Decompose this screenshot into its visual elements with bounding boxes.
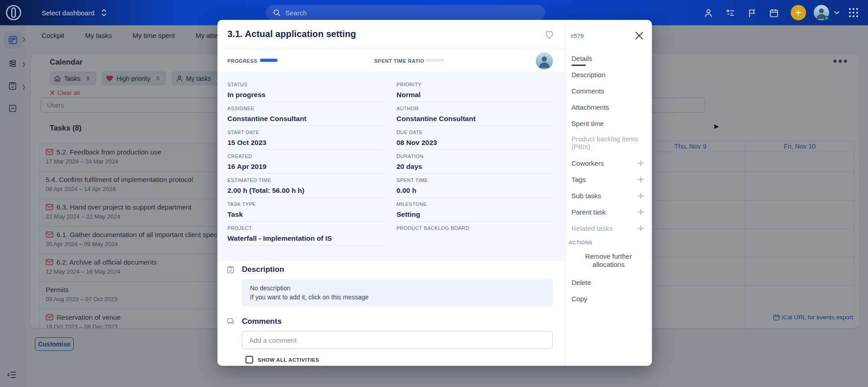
- show-all-activities-label: SHOW ALL ACTIVITIES: [258, 357, 319, 363]
- field-label: AUTHOR: [396, 106, 554, 111]
- actions-section-label: ACTIONS: [569, 240, 592, 245]
- field-estimated-time[interactable]: ESTIMATED TIME 2.00 h (Total: 56.00 h h): [227, 174, 385, 198]
- field-value: 15 Oct 2023: [227, 139, 385, 147]
- field-value: Constantine Consultant: [227, 115, 385, 123]
- field-value: Setting: [396, 210, 554, 219]
- spent-time-ratio-bar[interactable]: [425, 59, 444, 62]
- add-comment-input[interactable]: [242, 331, 553, 349]
- field-project[interactable]: PROJECT Waterfall - Implementation of IS: [227, 222, 385, 246]
- field-author[interactable]: AUTHOR Constantine Consultant: [396, 102, 554, 126]
- add-plus-button[interactable]: +: [791, 5, 806, 20]
- sidepanel-spent-time[interactable]: Spent time: [571, 115, 604, 131]
- description-empty-line1: No description: [250, 284, 545, 293]
- delete-action[interactable]: Delete: [571, 274, 591, 290]
- field-product-backlog-board[interactable]: PRODUCT BACKLOG BOARD: [396, 222, 554, 246]
- sidepanel-parent-task[interactable]: Parent task: [571, 204, 606, 220]
- field-label: PROJECT: [227, 225, 385, 231]
- clipboard-icon: [226, 266, 235, 274]
- field-value: In progress: [227, 91, 385, 99]
- active-section-underline: [571, 65, 586, 66]
- field-value: Task: [227, 210, 385, 219]
- add-plus-icon[interactable]: [637, 176, 644, 183]
- field-spent-time[interactable]: SPENT TIME 0.00 h: [396, 174, 554, 198]
- field-label: DUE DATE: [396, 130, 554, 135]
- search-input[interactable]: [285, 9, 511, 17]
- field-value: Constantine Consultant: [396, 115, 554, 123]
- sidepanel-tags[interactable]: Tags: [571, 171, 586, 187]
- sidepanel-sub-tasks[interactable]: Sub tasks: [571, 187, 601, 204]
- show-all-activities-checkbox[interactable]: [245, 356, 253, 364]
- field-value: 16 Apr 2019: [227, 163, 385, 171]
- field-task-type[interactable]: TASK TYPE Task: [227, 198, 385, 222]
- sidepanel-comments[interactable]: Comments: [571, 83, 604, 99]
- field-label: DURATION: [396, 154, 554, 159]
- dashboard-selector[interactable]: Select dashboard: [42, 0, 107, 25]
- spent-time-ratio-label: SPENT TIME RATIO: [374, 58, 424, 64]
- copy-action[interactable]: Copy: [571, 290, 587, 307]
- chevron-down-icon[interactable]: [834, 11, 840, 14]
- field-due-date[interactable]: DUE DATE 08 Nov 2023: [396, 126, 554, 150]
- modal-side-panel: #579 Details Description Comments Attach…: [565, 20, 652, 366]
- sidepanel-details[interactable]: Details: [571, 50, 592, 66]
- field-label: CREATED: [227, 154, 385, 159]
- add-plus-icon[interactable]: [637, 209, 644, 215]
- progress-label: PROGRESS: [227, 58, 257, 64]
- description-empty-line2: If you want to add it, click on this mes…: [250, 293, 545, 302]
- field-label: SPENT TIME: [396, 177, 554, 183]
- close-icon[interactable]: [634, 30, 645, 41]
- chevron-up-down-icon: [101, 9, 107, 17]
- global-search[interactable]: [266, 5, 545, 20]
- add-plus-icon[interactable]: [637, 192, 644, 199]
- remove-further-allocations-action[interactable]: Remove further allocations: [575, 252, 642, 269]
- field-duration[interactable]: DURATION 20 days: [396, 150, 554, 174]
- field-milestone[interactable]: MILESTONE Setting: [396, 198, 554, 222]
- online-status-dot: [824, 16, 829, 20]
- app-logo[interactable]: [5, 4, 23, 22]
- field-value: Waterfall - Implementation of IS: [227, 234, 385, 242]
- task-title-heading: 3.1. Actual application setting: [227, 20, 356, 48]
- search-icon: [273, 9, 281, 17]
- progress-bar[interactable]: [260, 59, 278, 62]
- assignee-avatar[interactable]: [536, 52, 553, 70]
- dashboard-selector-label: Select dashboard: [42, 9, 94, 17]
- issue-id-link[interactable]: #579: [571, 33, 584, 39]
- flag-icon[interactable]: [747, 8, 757, 18]
- field-value: 08 Nov 2023: [396, 139, 554, 147]
- field-label: ESTIMATED TIME: [227, 177, 385, 183]
- field-value: 0.00 h: [396, 187, 554, 195]
- field-label: PRODUCT BACKLOG BOARD: [396, 225, 554, 231]
- field-label: ASSIGNEE: [227, 106, 385, 111]
- field-start-date[interactable]: START DATE 15 Oct 2023: [227, 126, 385, 150]
- show-all-activities: SHOW ALL ACTIVITIES: [245, 356, 319, 364]
- field-status[interactable]: STATUS In progress: [227, 78, 385, 102]
- task-fields-grid: STATUS In progress PRIORITY Normal ASSIG…: [217, 71, 565, 261]
- field-assignee[interactable]: ASSIGNEE Constantine Consultant: [227, 102, 385, 126]
- modal-header: 3.1. Actual application setting: [217, 20, 565, 48]
- field-label: START DATE: [227, 130, 385, 135]
- progress-row: PROGRESS SPENT TIME RATIO: [217, 48, 565, 71]
- speech-bubble-icon: [226, 317, 235, 326]
- add-plus-icon[interactable]: [637, 160, 644, 167]
- description-section-header: Description: [226, 265, 284, 274]
- field-priority[interactable]: PRIORITY Normal: [396, 78, 554, 102]
- favorite-heart-icon[interactable]: [544, 29, 555, 39]
- sidepanel-related-tasks: Related tasks: [571, 220, 613, 236]
- apps-grid-icon[interactable]: [849, 8, 859, 18]
- field-label: PRIORITY: [396, 82, 554, 87]
- checklist-icon[interactable]: [726, 8, 736, 18]
- modal-main-column: 3.1. Actual application setting PROGRESS…: [217, 20, 565, 366]
- sidepanel-pbis: Product backlog items (PBIs): [571, 133, 645, 150]
- comments-section-header: Comments: [226, 317, 282, 326]
- sidepanel-attachments[interactable]: Attachments: [571, 99, 609, 115]
- calendar-icon[interactable]: [769, 8, 779, 18]
- field-value: Normal: [396, 91, 554, 99]
- sidepanel-description[interactable]: Description: [571, 66, 605, 83]
- avatar-person: [538, 55, 550, 68]
- add-plus-icon[interactable]: [637, 225, 644, 232]
- sidepanel-coworkers[interactable]: Coworkers: [571, 155, 604, 171]
- user-icon[interactable]: [703, 8, 713, 18]
- field-label: MILESTONE: [396, 201, 554, 207]
- description-empty-box[interactable]: No description If you want to add it, cl…: [242, 279, 553, 306]
- field-created[interactable]: CREATED 16 Apr 2019: [227, 150, 385, 174]
- description-heading: Description: [242, 265, 284, 274]
